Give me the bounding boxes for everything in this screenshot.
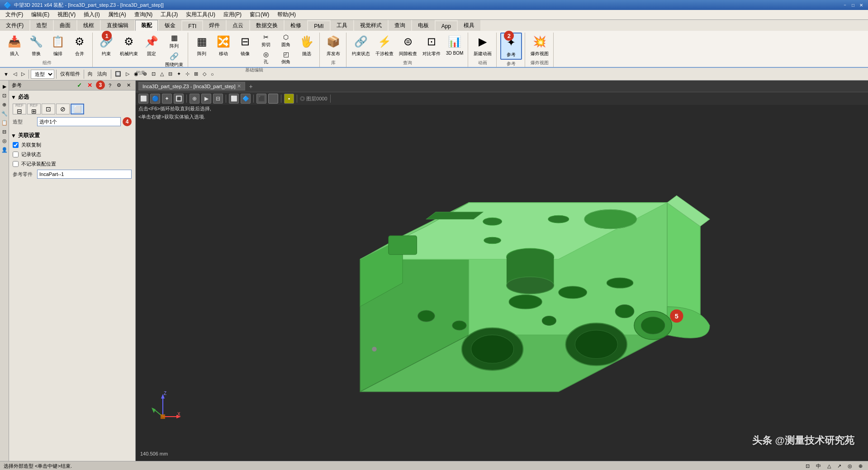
tab-modeling[interactable]: 造型 xyxy=(30,20,53,31)
vp-tool-btn-9[interactable]: 🔷 xyxy=(241,94,251,104)
toolbar-normal-btn[interactable]: 法向 xyxy=(95,69,109,79)
statusbar-icon-5[interactable]: ◎ xyxy=(846,463,854,469)
menu-tools[interactable]: 工具(J) xyxy=(157,10,181,19)
restore-button[interactable]: □ xyxy=(850,2,856,8)
btn-library-publish[interactable]: 📦 库发布 xyxy=(323,33,343,58)
tab-visual-style[interactable]: 视觉样式 xyxy=(354,20,388,31)
panel-options-btn[interactable]: ⚙ xyxy=(115,81,123,90)
tab-tools[interactable]: 工具 xyxy=(331,20,353,31)
sel-icon-1[interactable]: REF ⊟ xyxy=(13,104,26,114)
sel-icon-4[interactable]: ⊘ xyxy=(56,104,70,114)
btn-surround-constraint[interactable]: 🔗 围绕约束 xyxy=(163,51,185,69)
tab-inspection[interactable]: 检修 xyxy=(285,20,307,31)
tab-app[interactable]: App xyxy=(436,21,457,31)
btn-chamfer[interactable]: ◰ 倒角 xyxy=(277,50,295,66)
tab-weld[interactable]: 焊件 xyxy=(203,20,226,31)
menu-edit[interactable]: 编辑(E) xyxy=(28,10,53,19)
statusbar-icon-6[interactable]: ⊕ xyxy=(857,463,864,469)
toolbar-btn-k[interactable]: ◇ xyxy=(201,69,208,79)
statusbar-icon-2[interactable]: 中 xyxy=(814,463,823,470)
left-icon-8[interactable]: 👤 xyxy=(0,146,9,154)
viewport-tab-close-icon[interactable]: ✕ xyxy=(237,83,241,89)
panel-help-btn[interactable]: ? xyxy=(107,81,113,90)
left-icon-7[interactable]: ◎ xyxy=(0,137,9,145)
btn-clearance[interactable]: ⊜ 间隙检查 xyxy=(397,33,419,58)
toolbar-btn-e[interactable]: ⊡ xyxy=(150,69,157,79)
vp-tool-btn-2[interactable]: 🔵 xyxy=(150,94,160,104)
btn-interference[interactable]: ⚡ 干涉检查 xyxy=(374,33,395,58)
vp-tool-btn-6[interactable]: ▶ xyxy=(201,94,211,104)
tab-query[interactable]: 查询 xyxy=(389,20,411,31)
left-icon-2[interactable]: ⊡ xyxy=(0,91,9,100)
panel-confirm-btn[interactable]: ✓ xyxy=(75,81,84,90)
tab-fti[interactable]: FTI xyxy=(182,21,202,31)
statusbar-icon-4[interactable]: ↗ xyxy=(835,463,843,469)
toolbar-btn-l[interactable]: ○ xyxy=(209,69,216,79)
left-icon-4[interactable]: 🔧 xyxy=(0,109,9,118)
btn-constraint[interactable]: 🔗 约束 xyxy=(96,33,116,58)
panel-close-btn[interactable]: ✕ xyxy=(125,81,133,90)
tab-file[interactable]: 文件(F) xyxy=(0,20,29,31)
vp-tool-btn-3[interactable]: ✦ xyxy=(162,94,172,104)
checkbox-no-record-pos[interactable] xyxy=(13,161,19,167)
menu-insert[interactable]: 插入(I) xyxy=(80,10,103,19)
toolbar-arrow-btn[interactable]: ▼ xyxy=(2,69,10,79)
viewport-tab-main[interactable]: Inca3D_part_step.Z3 - [Inca3D_part_step]… xyxy=(138,82,245,90)
btn-move[interactable]: 🔀 移动 xyxy=(213,33,233,58)
btn-hole[interactable]: ◎ 孔 xyxy=(257,50,275,66)
toolbar-direction-btn[interactable]: 向 xyxy=(86,69,95,79)
tab-direct-edit[interactable]: 直接编辑 xyxy=(101,20,134,31)
statusbar-icon-1[interactable]: ⊡ xyxy=(804,463,811,469)
btn-fix[interactable]: 📌 固定 xyxy=(142,33,161,58)
tab-mold[interactable]: 模具 xyxy=(458,20,480,31)
tab-pmi[interactable]: PMI xyxy=(308,21,329,31)
section-required-header[interactable]: ▼ 必选 xyxy=(11,92,133,102)
toolbar-back-btn[interactable]: ◁ xyxy=(11,69,19,79)
tab-sheet-metal[interactable]: 钣金 xyxy=(159,20,181,31)
close-button[interactable]: ✕ xyxy=(858,2,864,8)
viewport-add-tab-btn[interactable]: + xyxy=(247,83,254,90)
btn-explode[interactable]: 💥 爆炸视图 xyxy=(529,33,550,58)
panel-cancel-btn[interactable]: ✕ xyxy=(85,81,94,90)
toolbar-btn-b[interactable]: ▷ xyxy=(124,69,131,79)
vp-tool-btn-4[interactable]: 🔳 xyxy=(174,94,184,104)
left-icon-6[interactable]: ⊟ xyxy=(0,128,9,136)
toolbar-forward-btn[interactable]: ▷ xyxy=(19,69,27,79)
toolbar-btn-f[interactable]: △ xyxy=(158,69,166,79)
btn-merge[interactable]: ⚙ 合并 xyxy=(70,33,90,58)
btn-array2[interactable]: ▦ 阵列 xyxy=(192,33,212,58)
tab-data-exchange[interactable]: 数据交换 xyxy=(250,20,284,31)
section-associated-header[interactable]: ▼ 关联设置 xyxy=(11,131,133,140)
checkbox-associate-copy[interactable] xyxy=(13,142,19,148)
tab-pcb[interactable]: 电板 xyxy=(412,20,435,31)
menu-window[interactable]: 窗口(W) xyxy=(246,10,273,19)
btn-array[interactable]: ▦ 阵列 xyxy=(163,33,185,50)
sel-icon-2[interactable]: REF ⊞ xyxy=(27,104,41,114)
vp-tool-btn-7[interactable]: ⊟ xyxy=(213,94,223,104)
btn-mech-constraint[interactable]: ⚙ 机械约束 xyxy=(118,33,140,58)
tab-wireframe[interactable]: 线框 xyxy=(77,20,100,31)
tab-assembly[interactable]: 装配 xyxy=(135,20,158,31)
menu-utilities[interactable]: 实用工具(U) xyxy=(182,10,219,19)
field-input-modeling[interactable] xyxy=(37,117,121,126)
btn-3dbom[interactable]: 📊 3D BOM xyxy=(444,33,465,57)
minimize-button[interactable]: － xyxy=(842,2,848,8)
model-area[interactable]: 5 Z X xyxy=(136,118,868,448)
vp-tool-btn-10[interactable]: ⬛ xyxy=(256,94,266,104)
vp-tool-btn-8[interactable]: ⬜ xyxy=(229,94,239,104)
btn-replace[interactable]: 🔧 替换 xyxy=(26,33,46,58)
toolbar-btn-g[interactable]: ⊟ xyxy=(166,69,174,79)
vp-tool-btn-12[interactable]: ▪ xyxy=(284,94,294,104)
menu-view[interactable]: 视图(V) xyxy=(54,10,79,19)
toolbar-btn-h[interactable]: ✦ xyxy=(175,69,183,79)
btn-mirror[interactable]: ⊟ 镜像 xyxy=(235,33,255,58)
btn-fillet[interactable]: ⬡ 圆角 xyxy=(277,33,295,49)
toolbar-btn-a[interactable]: 🔲 xyxy=(113,69,123,79)
btn-reference[interactable]: ✦ 参考 xyxy=(500,33,522,60)
toolbar-only-component-btn[interactable]: 仅有组件 xyxy=(58,69,82,79)
menu-help[interactable]: 帮助(H) xyxy=(274,10,299,19)
menu-properties[interactable]: 属性(A) xyxy=(104,10,130,19)
left-icon-3[interactable]: ⊕ xyxy=(0,100,9,109)
toolbar-btn-j[interactable]: ⊞ xyxy=(192,69,200,79)
btn-drag[interactable]: 🖐 抛选 xyxy=(297,33,317,58)
